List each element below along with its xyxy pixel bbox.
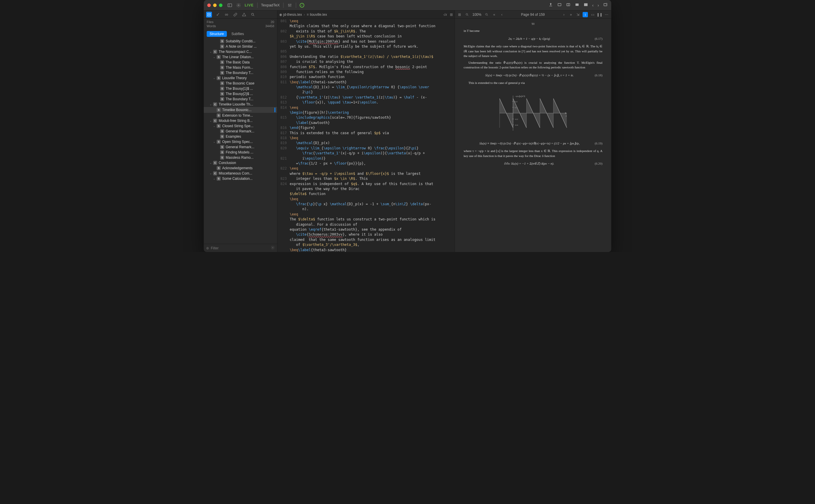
- code-line[interactable]: 811\beq\label{theta1-sawtooth}: [277, 80, 455, 85]
- outline-view-icon[interactable]: [206, 12, 212, 18]
- code-content[interactable]: \frac{\p}{\p x} \mathcal{D}_p(x) = -1 + …: [290, 202, 455, 207]
- outline-item[interactable]: SAcknowledgements: [204, 165, 277, 171]
- code-content[interactable]: =\frac{1/2 - px + \floor{px}}{p},: [290, 161, 455, 166]
- status-ok-icon[interactable]: ✓: [300, 3, 304, 8]
- code-line[interactable]: 2\pi}: [277, 90, 455, 95]
- zoom-icon[interactable]: [465, 12, 469, 17]
- code-content[interactable]: \cite{Schomerus:2003vv}, where it is als…: [290, 232, 455, 237]
- code-line[interactable]: diagonal. For a discussion of: [277, 222, 455, 227]
- outline-item[interactable]: SThe Boundary T...: [204, 70, 277, 75]
- chevron-icon[interactable]: ⌄: [213, 77, 217, 80]
- code-content[interactable]: 2\pi}: [290, 90, 455, 95]
- code-line[interactable]: 805: [277, 49, 455, 54]
- code-line[interactable]: \mathcal{D}_1(x) = \lim_{\epsilon\righta…: [277, 85, 455, 90]
- code-content[interactable]: [290, 49, 455, 54]
- outline-item[interactable]: ⌄CThe Noncompact C...: [204, 49, 277, 54]
- code-line[interactable]: 824expression is independent of $q$. A k…: [277, 182, 455, 187]
- zoom-level[interactable]: 100%: [472, 13, 481, 17]
- outline-item[interactable]: ⌄SThe Linear Dilaton...: [204, 54, 277, 60]
- filter-input[interactable]: [211, 246, 269, 250]
- search-preview-icon[interactable]: [484, 12, 489, 17]
- code-content[interactable]: $\delta$ function: [290, 191, 455, 196]
- chevron-icon[interactable]: ⌄: [210, 119, 213, 122]
- new-window-icon[interactable]: +: [603, 2, 608, 8]
- code-line[interactable]: 819 \mathcal{D}_p(x): [277, 141, 455, 146]
- code-line[interactable]: 812 {\vartheta_1'(z|\tau) \over \varthet…: [277, 95, 455, 100]
- outline-item[interactable]: ⌄SClosed String Spe...: [204, 123, 277, 129]
- search-icon[interactable]: [250, 12, 256, 18]
- outline-item[interactable]: ⌄CTimelike Liouville Th...: [204, 102, 277, 107]
- window-minimize-button[interactable]: [213, 4, 217, 7]
- chevron-icon[interactable]: ⌄: [210, 172, 213, 175]
- code-line[interactable]: The $\delta$ function lets us construct …: [277, 217, 455, 222]
- next-icon[interactable]: ›: [562, 12, 566, 17]
- code-content[interactable]: McElgin claims that the only case where …: [290, 24, 455, 29]
- outline-item[interactable]: SGeneral Remark...: [204, 129, 277, 134]
- outline-tree[interactable]: SSuitability Conditi...SA Note on Simila…: [204, 39, 277, 244]
- code-content[interactable]: \eeq: [290, 105, 455, 110]
- code-content[interactable]: function $T$. McElgin's final constructi…: [290, 65, 455, 70]
- export-icon[interactable]: ⇲: [576, 12, 580, 17]
- code-line[interactable]: \eeq: [277, 212, 455, 217]
- outline-item[interactable]: ⌄SSome Calculation...: [204, 176, 277, 181]
- outline-item[interactable]: SFinding Models ...: [204, 150, 277, 155]
- code-content[interactable]: claimed that the same sawtooth function …: [290, 237, 455, 242]
- chevron-icon[interactable]: ⌄: [213, 56, 217, 58]
- code-content[interactable]: \beq: [290, 197, 455, 202]
- code-content[interactable]: \eeq: [290, 166, 455, 171]
- code-content[interactable]: The $\delta$ function lets us construct …: [290, 217, 455, 222]
- outline-item[interactable]: SThe $\susy{1}$ ...: [204, 86, 277, 91]
- warning-icon[interactable]: [241, 12, 247, 18]
- code-line[interactable]: \cite{Schomerus:2003vv}, where it is als…: [277, 232, 455, 237]
- code-line[interactable]: 807 is crucial to analysing the: [277, 59, 455, 64]
- code-line[interactable]: 806Understanding the ratio $\vartheta_1'…: [277, 54, 455, 59]
- outline-item[interactable]: SThe Boundary T...: [204, 96, 277, 102]
- next-page-icon[interactable]: »: [569, 12, 573, 17]
- gear-icon[interactable]: [271, 246, 275, 251]
- code-line[interactable]: =\frac{1/2 - px + \floor{px}}{p},: [277, 161, 455, 166]
- outline-item[interactable]: SThe Bosonic Case: [204, 81, 277, 86]
- code-content[interactable]: equation \eqref{theta1-sawtooth}, see th…: [290, 227, 455, 232]
- infinity-icon[interactable]: ∞: [224, 12, 229, 18]
- layout-split-icon[interactable]: [566, 2, 571, 8]
- outline-item[interactable]: ⌄CModuli-free String B...: [204, 118, 277, 123]
- share-icon[interactable]: [548, 2, 553, 8]
- code-line[interactable]: 808function $T$. McElgin's final constru…: [277, 65, 455, 70]
- outline-item[interactable]: ⌄CConclusion: [204, 160, 277, 165]
- outline-item[interactable]: SGeneral Remark...: [204, 144, 277, 150]
- code-content[interactable]: \floor{x}), \qquad \tau=1+i\epsilon.: [290, 100, 455, 105]
- code-line[interactable]: claimed that the same sawtooth function …: [277, 237, 455, 242]
- code-content[interactable]: \begin{figure}[h!]\centering: [290, 110, 455, 115]
- code-line[interactable]: \frac{\p}{\p x} \mathcal{D}_p(x) = -1 + …: [277, 202, 455, 207]
- outline-item[interactable]: SExamples: [204, 134, 277, 139]
- chevron-icon[interactable]: ⌄: [210, 50, 213, 53]
- tab-structure[interactable]: Structure: [207, 31, 227, 37]
- code-line[interactable]: 817This is extended to the case of gener…: [277, 131, 455, 136]
- code-content[interactable]: is crucial to analysing the: [290, 59, 455, 64]
- breadcrumb-root[interactable]: ◉ jd-thesis.tex: [279, 13, 302, 17]
- sliders-icon[interactable]: [287, 3, 292, 8]
- code-line[interactable]: 809 function relies on the following: [277, 70, 455, 75]
- code-content[interactable]: This is extended to the case of general …: [290, 131, 455, 136]
- code-content[interactable]: expression is independent of $q$. A key …: [290, 182, 455, 187]
- code-line[interactable]: \label{sawtooth}: [277, 120, 455, 125]
- outline-item[interactable]: SSuitability Conditi...: [204, 39, 277, 44]
- code-line[interactable]: equation \eqref{theta1-sawtooth}, see th…: [277, 227, 455, 232]
- window-zoom-button[interactable]: [219, 4, 222, 7]
- code-line[interactable]: \beq\label{theta3-sawtooth}: [277, 248, 455, 252]
- tab-subfiles[interactable]: Subfiles: [229, 31, 247, 37]
- code-line[interactable]: 822\eeq: [277, 166, 455, 171]
- code-content[interactable]: \eeq: [290, 19, 455, 24]
- chevron-icon[interactable]: ⌄: [213, 125, 217, 127]
- outline-item[interactable]: SMassless Ramo...: [204, 155, 277, 160]
- outline-item[interactable]: SExtension to Time...: [204, 113, 277, 118]
- code-content[interactable]: \includegraphics[scale=.70]{figures/sawt…: [290, 115, 455, 120]
- prev-page-icon[interactable]: «: [492, 12, 497, 17]
- code-content[interactable]: \equiv \lim_{\epsilon \rightarrow 0} \fr…: [290, 146, 455, 151]
- code-line[interactable]: yet by us. This will partially be the su…: [277, 44, 455, 49]
- code-content[interactable]: of $\vartheta_3'/\vartheta_3$,: [290, 242, 455, 247]
- code-line[interactable]: 803 \cite{McElgin:2007ak} and has not be…: [277, 39, 455, 44]
- outline-item[interactable]: SA Note on Similar ...: [204, 44, 277, 49]
- sqrt-icon[interactable]: √x: [443, 13, 447, 17]
- thumbnails-icon[interactable]: ⊞: [457, 12, 462, 17]
